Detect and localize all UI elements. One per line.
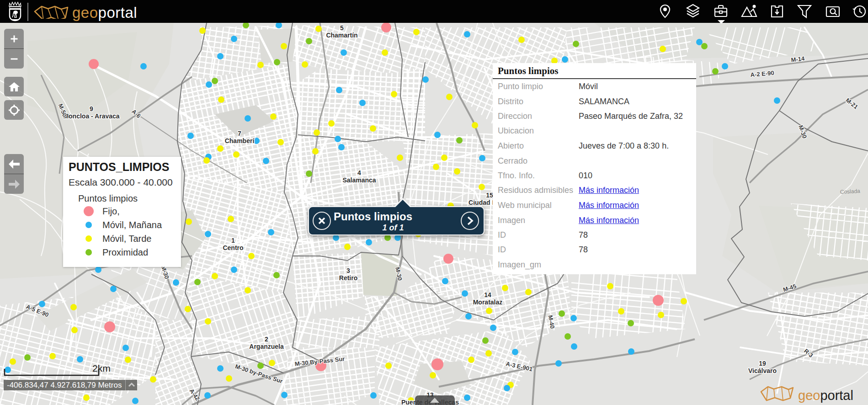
svg-text:Chamberí: Chamberí bbox=[225, 137, 255, 144]
svg-text:Arganzuela: Arganzuela bbox=[249, 343, 284, 350]
svg-text:15: 15 bbox=[486, 192, 493, 199]
svg-text:Moncloa - Aravaca: Moncloa - Aravaca bbox=[63, 112, 119, 120]
svg-text:2: 2 bbox=[265, 336, 268, 343]
svg-text:Centro: Centro bbox=[223, 244, 243, 251]
svg-text:1: 1 bbox=[231, 237, 235, 244]
svg-text:geoportal: geoportal bbox=[798, 388, 853, 403]
svg-text:Moratalaz: Moratalaz bbox=[473, 298, 503, 306]
svg-text:9: 9 bbox=[90, 105, 93, 112]
svg-text:14: 14 bbox=[484, 291, 491, 298]
svg-text:Vicálvaro: Vicálvaro bbox=[748, 367, 777, 374]
svg-text:2km: 2km bbox=[92, 363, 111, 373]
svg-text:Chamartín: Chamartín bbox=[326, 32, 357, 39]
svg-text:19: 19 bbox=[759, 360, 766, 367]
svg-text:3: 3 bbox=[346, 267, 350, 274]
svg-text:Retiro: Retiro bbox=[339, 274, 357, 282]
svg-text:5: 5 bbox=[340, 24, 344, 32]
svg-text:Salamanca: Salamanca bbox=[342, 176, 376, 184]
svg-text:7: 7 bbox=[238, 130, 241, 137]
svg-text:Coslada: Coslada bbox=[840, 188, 860, 195]
svg-text:4: 4 bbox=[357, 169, 361, 176]
